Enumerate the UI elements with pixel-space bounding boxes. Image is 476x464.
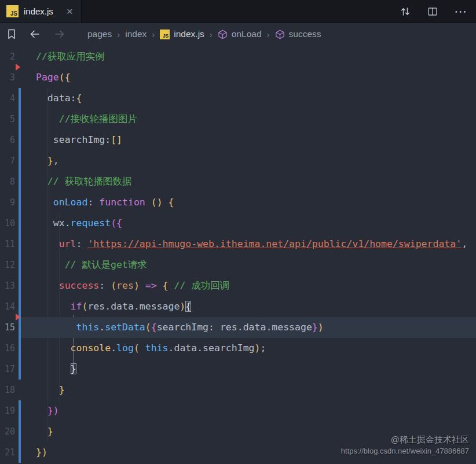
- code-line-16[interactable]: 16console.log( this.data.searchImg);: [0, 338, 476, 359]
- code-content: onLoad: function () {: [21, 192, 476, 213]
- code-line-10[interactable]: 10wx.request({: [0, 213, 476, 234]
- line-number[interactable]: 15: [0, 317, 15, 338]
- code-token: }): [47, 405, 59, 416]
- line-number[interactable]: 16: [0, 338, 15, 359]
- tab-close-icon[interactable]: ×: [67, 6, 73, 17]
- code-token: setData: [105, 322, 145, 333]
- code-token: //接收轮播图图片: [59, 113, 137, 124]
- code-line-6[interactable]: 6searchImg:[]: [0, 130, 476, 150]
- code-line-4[interactable]: 4data:{: [0, 88, 476, 109]
- code-line-19[interactable]: 19}): [0, 400, 476, 421]
- open-changes-icon[interactable]: [400, 6, 411, 17]
- line-number[interactable]: 8: [0, 171, 15, 192]
- line-number[interactable]: 21: [0, 442, 15, 463]
- code-line-3[interactable]: 3Page({: [0, 67, 476, 88]
- line-number[interactable]: 18: [0, 380, 15, 400]
- code-line-7[interactable]: 7},: [0, 150, 476, 171]
- code-token: :: [99, 280, 111, 291]
- line-number[interactable]: 7: [0, 150, 15, 171]
- symbol-cube-icon: [218, 30, 228, 39]
- code-token: res.data.message: [87, 301, 180, 312]
- line-number[interactable]: 17: [0, 359, 15, 380]
- code-line-2[interactable]: 2//获取应用实例: [0, 46, 476, 67]
- code-token: [163, 197, 169, 208]
- line-number[interactable]: 13: [0, 275, 15, 296]
- code-token: (: [82, 301, 87, 312]
- more-actions-icon[interactable]: ⋯: [454, 6, 467, 17]
- breadcrumb-label: pages: [87, 29, 112, 39]
- code-token: url: [59, 238, 76, 249]
- breadcrumb-item-success[interactable]: success: [275, 29, 321, 39]
- code-token: searchImg: res.data.message: [157, 322, 312, 333]
- code-token: [145, 197, 151, 208]
- watermark-url: https://blog.csdn.net/weixin_47886687: [341, 445, 469, 456]
- code-token: ): [318, 322, 324, 333]
- line-number[interactable]: 14: [0, 296, 15, 317]
- code-token: ({: [59, 72, 71, 83]
- bookmark-icon[interactable]: [6, 28, 17, 40]
- code-line-9[interactable]: 9onLoad: function () {: [0, 192, 476, 213]
- code-content: this.setData({searchImg: res.data.messag…: [21, 317, 476, 338]
- tab-index-js[interactable]: JS index.js ×: [0, 0, 82, 23]
- line-number[interactable]: 10: [0, 213, 15, 234]
- line-number[interactable]: 20: [0, 421, 15, 442]
- code-token: (: [134, 343, 140, 353]
- code-token: success: [59, 280, 100, 291]
- code-line-18[interactable]: 18}: [0, 380, 476, 400]
- code-token: res: [116, 280, 134, 291]
- breadcrumb-item-index[interactable]: index: [125, 29, 147, 39]
- code-token: {: [185, 301, 191, 312]
- code-token: (): [151, 197, 163, 208]
- code-token: this: [76, 322, 100, 333]
- breadcrumb-item-onLoad[interactable]: onLoad: [218, 29, 262, 39]
- breadcrumb-item-index-js[interactable]: JSindex.js: [160, 29, 204, 39]
- code-token: ): [180, 301, 185, 312]
- code-line-15[interactable]: 15this.setData({searchImg: res.data.mess…: [0, 317, 476, 338]
- code-token: onLoad: [53, 197, 88, 208]
- code-content: }: [21, 380, 476, 400]
- code-token: if: [71, 301, 82, 312]
- code-content: if(res.data.message){: [21, 296, 476, 317]
- line-number[interactable]: 3: [0, 67, 15, 88]
- tab-title: index.js: [24, 6, 53, 16]
- code-editor: 2//获取应用实例3Page({4data:{5//接收轮播图图片6search…: [0, 45, 476, 464]
- line-number[interactable]: 5: [0, 109, 15, 130]
- code-content: // 获取轮播图数据: [21, 171, 476, 192]
- code-token: log: [116, 343, 134, 353]
- line-number[interactable]: 12: [0, 255, 15, 275]
- breadcrumb-separator: ›: [152, 30, 155, 39]
- breadcrumb-label: onLoad: [232, 29, 262, 39]
- code-line-8[interactable]: 8// 获取轮播图数据: [0, 171, 476, 192]
- split-editor-icon[interactable]: [427, 6, 438, 17]
- code-token: Page: [36, 72, 59, 83]
- breadcrumb-label: index.js: [174, 29, 204, 39]
- code-token: }: [47, 426, 53, 437]
- code-line-12[interactable]: 12// 默认是get请求: [0, 255, 476, 275]
- code-token: data:: [47, 93, 76, 104]
- back-arrow-icon[interactable]: [28, 28, 41, 40]
- breadcrumb-separator: ›: [117, 30, 120, 39]
- code-token: :: [76, 238, 88, 249]
- code-token: // 默认是get请求: [65, 259, 147, 270]
- code-token: //获取应用实例: [36, 51, 105, 62]
- code-token: [157, 280, 163, 291]
- forward-arrow-icon[interactable]: [53, 28, 66, 40]
- symbol-cube-icon: [275, 30, 285, 39]
- code-token: }: [71, 363, 76, 374]
- code-token: =>: [145, 280, 157, 291]
- line-number[interactable]: 4: [0, 88, 15, 109]
- line-number[interactable]: 2: [0, 46, 15, 67]
- code-line-5[interactable]: 5//接收轮播图图片: [0, 109, 476, 130]
- line-number[interactable]: 19: [0, 400, 15, 421]
- code-line-13[interactable]: 13success: (res) => { // 成功回调: [0, 275, 476, 296]
- line-number[interactable]: 9: [0, 192, 15, 213]
- code-line-17[interactable]: 17}: [0, 359, 476, 380]
- breadcrumb: pages›index›JSindex.js›onLoad›success: [0, 23, 476, 45]
- code-line-11[interactable]: 11url: 'https://api-hmugo-web.itheima.ne…: [0, 234, 476, 255]
- code-content: url: 'https://api-hmugo-web.itheima.net/…: [21, 234, 476, 255]
- code-line-14[interactable]: 14if(res.data.message){: [0, 296, 476, 317]
- line-number[interactable]: 6: [0, 130, 15, 150]
- line-number[interactable]: 11: [0, 234, 15, 255]
- watermark-community: @稀土掘金技术社区: [341, 434, 469, 445]
- breadcrumb-item-pages[interactable]: pages: [87, 29, 112, 39]
